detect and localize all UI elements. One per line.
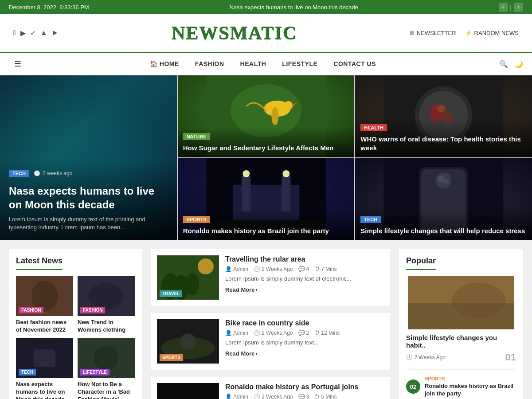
svg-point-32 [94,346,119,371]
popular-section: Popular Simple lifestyle changes you hab… [399,249,523,399]
ticker: Nasa expects humans to live on Moon this… [89,4,499,11]
hero-card-3-title: Ronaldo makes history as Brazil join the… [183,227,349,235]
article-content-3: Ronaldo make history as Portugal joins 👤… [225,383,384,399]
twitter-icon[interactable]: ✓ [30,29,36,37]
svg-point-34 [198,258,214,274]
list-item[interactable]: TECH Nasa expects humans to live on Moon… [16,338,73,399]
site-logo[interactable]: NEWSMATIC [172,22,297,43]
read-more-1[interactable]: Read More › [225,286,384,293]
nav-home[interactable]: 🏠 HOME [142,54,187,74]
header-right: ✉ NEWSLETTER ⚡ RANDOM NEWS [410,30,519,36]
svg-point-45 [452,283,505,318]
facebook-icon[interactable]:  [13,29,16,37]
popular-item-num-1: 02 [406,379,420,394]
ticker-next[interactable]: › [514,3,523,12]
hero-card-2[interactable]: HEALTH WHO warns of oral disease: Top he… [355,75,532,157]
newsletter-button[interactable]: ✉ NEWSLETTER [410,30,456,36]
random-news-button[interactable]: ⚡ RANDOM NEWS [465,30,519,36]
latest-item-tag-1: FASHION [19,307,43,313]
article-tag-2: SPORTS [160,354,183,361]
latest-item-tag-3: TECH [19,369,36,376]
svg-point-40 [180,333,196,349]
search-icon[interactable]: 🔍 [499,60,508,68]
latest-item-title-4: How Not to Be a Character in a 'Bad Fash… [78,381,135,399]
popular-title: Popular [406,256,436,270]
chevron-right-icon: › [255,350,257,357]
article-img-1: TRAVEL [157,255,219,300]
article-img-3: SPORTS [157,383,219,399]
articles-section: TRAVEL Travelling the rular area 👤 Admin… [151,249,390,399]
hero-card-1[interactable]: NATURE How Sugar and Sedentary Lifestyle… [178,75,355,157]
lightning-icon: ⚡ [465,30,472,36]
svg-point-23 [438,176,445,183]
vimeo-icon[interactable]: ▲ [40,29,47,37]
hero-card-4-overlay: TECH Simple lifestyle changes that will … [355,210,532,241]
nav-lifestyle[interactable]: LIFESTYLE [274,54,325,74]
hero-main-desc: Lorem Ipsum is simply dummy text of the … [9,215,168,231]
top-bar: December 8, 2022 6:33:36 PM Nasa expects… [0,0,532,14]
hero-card-1-overlay: NATURE How Sugar and Sedentary Lifestyle… [178,127,355,158]
dark-mode-icon[interactable]: 🌙 [514,60,523,68]
latest-item-img-1: FASHION [16,276,73,316]
nav-health[interactable]: HEALTH [232,54,274,74]
popular-main-meta: 🕐 2 Weeks Ago 01 [406,352,516,363]
nav-right: 🔍 🌙 [499,60,523,68]
popular-item-1[interactable]: 02 SPORTS Ronaldo makes history as Brazi… [406,369,516,398]
latest-news-grid: FASHION Best fashion news of November 20… [16,276,135,399]
article-card-1: TRAVEL Travelling the rular area 👤 Admin… [151,249,390,306]
hero-card-1-tag: NATURE [183,133,210,140]
hero-card-4[interactable]: TECH Simple lifestyle changes that will … [355,158,532,240]
hero-card-3-tag: SPORTS [183,216,210,223]
nav-contact[interactable]: CONTACT US [325,54,384,74]
hero-main-time: 🕐 2 weeks ago [34,170,72,176]
hero-section: TECH 🕐 2 weeks ago Nasa expects humans t… [0,75,532,240]
youtube-icon[interactable]: ► [52,29,59,37]
latest-item-title-2: New Trend in Womens clothing [78,319,135,334]
latest-item-title-3: Nasa expects humans to live on Moon this… [16,381,73,399]
svg-point-11 [437,105,446,112]
list-item[interactable]: LIFESTYLE How Not to Be a Character in a… [78,338,135,399]
list-item[interactable]: FASHION Best fashion news of November 20… [16,276,73,334]
latest-item-title-1: Best fashion news of November 2022 [16,319,73,334]
latest-item-tag-2: FASHION [80,307,105,313]
article-title-2: Bike race in country side [225,319,384,327]
popular-main-img [406,276,516,329]
latest-item-tag-4: LIFESTYLE [80,369,110,376]
latest-item-img-2: FASHION [78,276,135,316]
svg-point-3 [284,101,293,110]
hero-card-3-overlay: SPORTS Ronaldo makes history as Brazil j… [178,210,355,241]
popular-item-title-1: Ronaldo makes history as Brazil join the… [425,383,516,398]
instagram-icon[interactable]: ▶ [20,29,26,37]
svg-rect-41 [157,383,219,399]
article-img-2: SPORTS [157,319,219,364]
hero-main[interactable]: TECH 🕐 2 weeks ago Nasa expects humans t… [0,75,177,240]
list-item[interactable]: FASHION New Trend in Womens clothing [78,276,135,334]
header:  ▶ ✓ ▲ ► NEWSMATIC ✉ NEWSLETTER ⚡ RANDO… [0,14,532,52]
svg-point-17 [282,170,289,177]
article-title-1: Travelling the rular area [225,255,384,263]
hero-card-3[interactable]: SPORTS Ronaldo makes history as Brazil j… [178,158,355,240]
ticker-nav: ‹ | › [499,3,523,12]
read-more-2[interactable]: Read More › [225,350,384,357]
svg-point-28 [89,283,124,309]
nav-items: 🏠 HOME FASHION HEALTH LIFESTYLE CONTACT … [27,54,499,74]
hero-card-2-tag: HEALTH [360,124,387,131]
main-content: Latest News FASHION Best fashion news of… [0,240,532,399]
article-desc-2: Lorem Ipsum is simply dummy text... [225,339,384,347]
hero-main-overlay: TECH 🕐 2 weeks ago Nasa expects humans t… [0,161,177,240]
mail-icon: ✉ [410,30,415,36]
article-content-2: Bike race in country side 👤 Admin 🕐 2 We… [225,319,384,364]
ticker-prev[interactable]: ‹ [499,3,508,12]
nav-fashion[interactable]: FASHION [187,54,232,74]
hero-card-2-overlay: HEALTH WHO warns of oral disease: Top he… [355,118,532,157]
latest-item-img-3: TECH [16,338,73,378]
article-meta-1: 👤 Admin 🕐 2 Weeks Ago 💬 4 ⏱ 7 Mins [225,266,384,272]
article-desc-1: Lorem Ipsum is simply dummy text of elec… [225,275,384,283]
article-tag-1: TRAVEL [160,290,182,297]
hamburger-icon[interactable]: ☰ [9,53,27,75]
hero-card-4-title: Simple lifestyle changes that will help … [360,227,527,235]
top-bar-datetime: December 8, 2022 6:33:36 PM [9,4,89,11]
hero-card-1-title: How Sugar and Sedentary Lifestyle Affect… [183,144,349,153]
article-meta-3: 👤 Admin 🕐 2 Weeks Ago 💬 3 ⏱ 5 Mins [225,394,384,399]
popular-main-title: Simple lifestyle changes you habit.. [406,334,516,349]
